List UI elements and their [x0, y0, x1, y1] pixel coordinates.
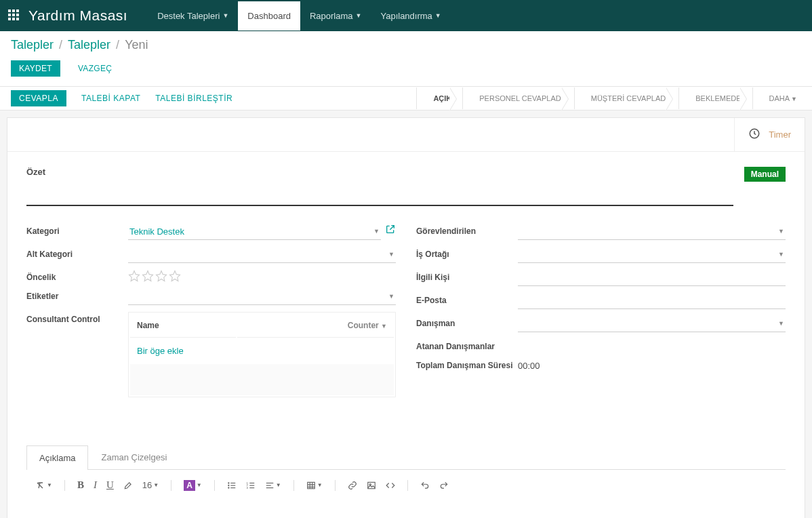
form-sheet: Timer Özet Manual Kategori ▼ — [7, 117, 805, 518]
align-icon[interactable]: ▼ — [265, 481, 281, 490]
cc-col-counter[interactable]: Counter ▼ — [237, 314, 394, 338]
status-step-open[interactable]: AÇIK — [416, 87, 462, 109]
priority-label: Öncelik — [26, 270, 128, 282]
editor-area[interactable] — [26, 498, 786, 518]
ordered-list-icon[interactable]: 123 — [246, 481, 256, 490]
person-input[interactable] — [518, 270, 786, 286]
form-buttons-row: KAYDET VAZGEÇ — [0, 55, 812, 86]
svg-text:3: 3 — [246, 485, 248, 489]
status-step-more[interactable]: DAHA▼ — [752, 87, 808, 109]
status-step-customer-replied[interactable]: MÜŞTERİ CEVAPLADI — [574, 87, 679, 109]
underline-button[interactable]: U — [106, 479, 114, 491]
table-footer-row — [130, 364, 394, 395]
apps-icon[interactable] — [8, 9, 19, 22]
nav-item-reporting[interactable]: Raporlama▼ — [300, 1, 371, 31]
svg-rect-11 — [230, 482, 235, 483]
svg-rect-3 — [8, 14, 11, 16]
subcategory-label: Alt Kategori — [26, 247, 128, 259]
assigned-advisors-label: Atanan Danışmanlar — [416, 339, 518, 351]
svg-rect-1 — [12, 9, 15, 12]
bold-button[interactable]: B — [77, 479, 84, 491]
tags-select[interactable] — [128, 289, 396, 305]
star-icon[interactable] — [169, 270, 181, 282]
status-step-staff-replied[interactable]: PERSONEL CEVAPLADI — [462, 87, 574, 109]
tabs: Açıklama Zaman Çizelgesi — [26, 445, 786, 470]
top-navbar: Yardım Masası Destek Talepleri▼ Dashboar… — [0, 0, 812, 31]
cc-col-name[interactable]: Name — [130, 314, 236, 338]
font-size-select[interactable]: 16▼ — [142, 480, 159, 490]
image-icon[interactable] — [367, 481, 376, 490]
svg-rect-0 — [8, 9, 11, 12]
timer-label: Timer — [769, 130, 791, 140]
subcategory-select[interactable] — [128, 247, 396, 263]
breadcrumb-sep: / — [116, 38, 119, 52]
svg-rect-23 — [266, 485, 271, 485]
status-steps: AÇIK PERSONEL CEVAPLADI MÜŞTERİ CEVAPLAD… — [416, 87, 812, 110]
svg-point-12 — [228, 484, 229, 485]
svg-rect-21 — [249, 487, 254, 487]
table-icon[interactable]: ▼ — [306, 481, 323, 490]
star-icon[interactable] — [142, 270, 154, 282]
assigned-select[interactable] — [518, 224, 786, 240]
nav-item-config[interactable]: Yapılandırma▼ — [371, 1, 450, 31]
unordered-list-icon[interactable] — [227, 481, 237, 490]
summary-input[interactable] — [26, 181, 733, 206]
partner-label: İş Ortağı — [416, 247, 518, 259]
svg-rect-13 — [230, 485, 235, 485]
advisor-select[interactable] — [518, 316, 786, 332]
breadcrumb-sep: / — [59, 38, 62, 52]
remove-format-icon[interactable]: ▼ — [35, 480, 52, 491]
email-input[interactable] — [518, 293, 786, 309]
merge-ticket-button[interactable]: TALEBİ BİRLEŞTİR — [155, 94, 232, 103]
email-label: E-Posta — [416, 293, 518, 305]
svg-rect-17 — [249, 482, 254, 483]
priority-stars[interactable] — [128, 270, 396, 282]
clock-icon — [748, 127, 760, 142]
timer-button[interactable]: Timer — [734, 118, 805, 151]
svg-rect-5 — [16, 14, 19, 16]
category-select[interactable] — [128, 224, 381, 240]
breadcrumb: Talepler / Talepler / Yeni — [0, 31, 812, 55]
brand-title: Yardım Masası — [28, 7, 127, 24]
editor-toolbar: ▼ B I U 16▼ A▼ — [26, 470, 786, 498]
star-icon[interactable] — [128, 270, 140, 282]
partner-select[interactable] — [518, 247, 786, 263]
consultant-control-table: Name Counter ▼ Bir öge ekle — [128, 312, 396, 397]
status-step-pending[interactable]: BEKLEMEDE — [678, 87, 752, 109]
discard-button[interactable]: VAZGEÇ — [70, 60, 120, 77]
svg-rect-7 — [12, 18, 15, 20]
svg-rect-8 — [16, 18, 19, 20]
close-ticket-button[interactable]: TALEBİ KAPAT — [81, 94, 140, 103]
breadcrumb-link[interactable]: Talepler — [11, 38, 54, 52]
summary-label: Özet — [26, 167, 733, 177]
breadcrumb-current: Yeni — [125, 38, 148, 52]
svg-rect-2 — [16, 9, 19, 12]
breadcrumb-link[interactable]: Talepler — [68, 38, 110, 52]
external-link-icon[interactable] — [385, 224, 396, 237]
code-icon[interactable] — [386, 481, 395, 490]
svg-rect-22 — [266, 482, 274, 483]
italic-button[interactable]: I — [94, 479, 97, 491]
table-row[interactable]: Bir öge ekle — [130, 339, 394, 363]
nav-item-dashboard[interactable]: Dashboard — [238, 1, 300, 31]
tab-timeline[interactable]: Zaman Çizelgesi — [88, 445, 180, 469]
text-color-button[interactable]: A▼ — [184, 480, 202, 491]
svg-rect-26 — [367, 482, 375, 488]
manual-badge: Manual — [744, 167, 786, 182]
tab-description[interactable]: Açıklama — [26, 445, 88, 470]
chevron-down-icon: ▼ — [381, 323, 387, 330]
total-time-value: 00:00 — [518, 358, 786, 371]
save-button[interactable]: KAYDET — [11, 60, 60, 77]
reply-button[interactable]: CEVAPLA — [11, 90, 66, 106]
add-item-link[interactable]: Bir öge ekle — [130, 339, 394, 363]
highlight-icon[interactable] — [123, 481, 133, 490]
link-icon[interactable] — [348, 481, 357, 490]
svg-rect-25 — [307, 482, 314, 488]
nav-item-support[interactable]: Destek Talepleri▼ — [148, 1, 238, 31]
star-icon[interactable] — [155, 270, 167, 282]
svg-rect-24 — [266, 487, 274, 487]
consultant-control-label: Consultant Control — [26, 312, 128, 324]
undo-icon[interactable] — [420, 481, 430, 490]
redo-icon[interactable] — [439, 481, 449, 490]
svg-rect-4 — [12, 14, 15, 16]
